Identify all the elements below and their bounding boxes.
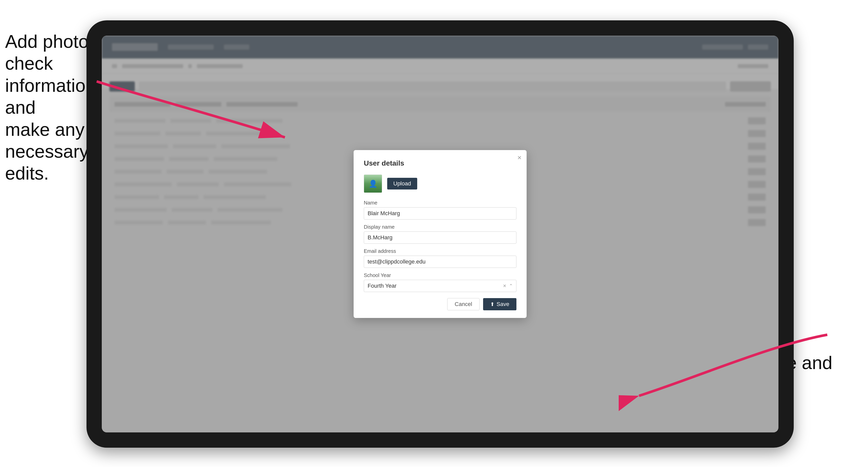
school-year-arrow-icon: ⌃ [509, 283, 513, 289]
name-label: Name [364, 200, 517, 206]
email-field-group: Email address [364, 248, 517, 268]
modal-footer: Cancel ⬆ Save [364, 298, 517, 310]
school-year-field-group: School Year × ⌃ [364, 272, 517, 292]
email-input[interactable] [364, 256, 517, 268]
tablet-frame: User details × Upload Name Display name [87, 20, 794, 448]
modal-close-button[interactable]: × [518, 154, 522, 161]
display-name-label: Display name [364, 224, 517, 230]
email-label: Email address [364, 248, 517, 254]
save-icon: ⬆ [490, 301, 495, 307]
school-year-label: School Year [364, 272, 517, 278]
user-photo-thumbnail [364, 175, 382, 193]
name-field-group: Name [364, 200, 517, 219]
display-name-field-group: Display name [364, 224, 517, 244]
display-name-input[interactable] [364, 231, 517, 244]
upload-photo-button[interactable]: Upload [387, 178, 417, 189]
cancel-button[interactable]: Cancel [447, 298, 479, 310]
name-input[interactable] [364, 207, 517, 219]
user-details-modal: User details × Upload Name Display name [353, 150, 527, 318]
school-year-wrapper: × ⌃ [364, 280, 517, 292]
school-year-input[interactable] [364, 280, 517, 292]
photo-section: Upload [364, 175, 517, 193]
modal-overlay: User details × Upload Name Display name [102, 36, 778, 432]
school-year-clear-icon[interactable]: × [503, 283, 506, 289]
save-button[interactable]: ⬆ Save [483, 298, 517, 310]
save-label: Save [497, 301, 509, 308]
tablet-screen: User details × Upload Name Display name [102, 36, 778, 432]
modal-title: User details [364, 159, 517, 167]
